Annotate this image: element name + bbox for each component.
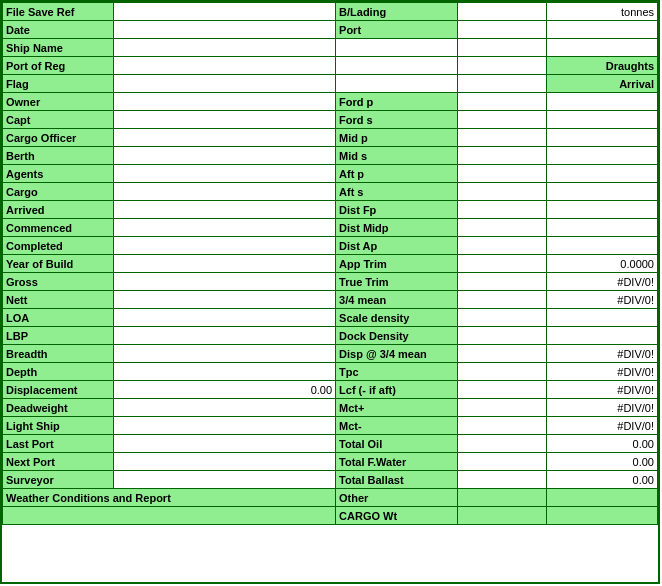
value-commenced[interactable]	[114, 219, 336, 237]
value-date[interactable]	[114, 21, 336, 39]
value-ship-name[interactable]	[114, 39, 336, 57]
value-ford-s[interactable]	[458, 111, 547, 129]
value-nett[interactable]	[114, 291, 336, 309]
value-dist-midp[interactable]	[458, 219, 547, 237]
value-mid-p[interactable]	[458, 129, 547, 147]
table-row: Completed Dist Ap	[3, 237, 658, 255]
label-true-trim: True Trim	[336, 273, 458, 291]
table-row: Flag Arrival	[3, 75, 658, 93]
label-aft-p: Aft p	[336, 165, 458, 183]
value-app-trim[interactable]	[458, 255, 547, 273]
value-scale-density-right[interactable]	[546, 309, 657, 327]
value-mid-p-right[interactable]	[546, 129, 657, 147]
value-file-save-ref[interactable]	[114, 3, 336, 21]
table-row: Agents Aft p	[3, 165, 658, 183]
value-arrived[interactable]	[114, 201, 336, 219]
label-flag: Flag	[3, 75, 114, 93]
value-lcf-result: #DIV/0!	[546, 381, 657, 399]
value-por-mid2[interactable]	[458, 57, 547, 75]
value-cargo-officer[interactable]	[114, 129, 336, 147]
table-row: Arrived Dist Fp	[3, 201, 658, 219]
value-capt[interactable]	[114, 111, 336, 129]
table-row: Depth Tpc #DIV/0!	[3, 363, 658, 381]
value-ford-s-right[interactable]	[546, 111, 657, 129]
value-flag-mid2[interactable]	[458, 75, 547, 93]
value-mct-minus[interactable]	[458, 417, 547, 435]
value-weather-report[interactable]	[3, 507, 336, 525]
value-cargo[interactable]	[114, 183, 336, 201]
value-cargo-wt-right[interactable]	[546, 507, 657, 525]
value-dist-midp-right[interactable]	[546, 219, 657, 237]
label-cargo: Cargo	[3, 183, 114, 201]
value-3-4-mean[interactable]	[458, 291, 547, 309]
label-scale-density: Scale density	[336, 309, 458, 327]
value-dock-density-right[interactable]	[546, 327, 657, 345]
label-3-4-mean: 3/4 mean	[336, 291, 458, 309]
value-dist-fp[interactable]	[458, 201, 547, 219]
label-lcf: Lcf (- if aft)	[336, 381, 458, 399]
value-aft-p[interactable]	[458, 165, 547, 183]
value-loa[interactable]	[114, 309, 336, 327]
value-aft-s-right[interactable]	[546, 183, 657, 201]
value-mct-plus[interactable]	[458, 399, 547, 417]
value-light-ship[interactable]	[114, 417, 336, 435]
cargo-wt-row: CARGO Wt	[3, 507, 658, 525]
value-depth[interactable]	[114, 363, 336, 381]
label-gross: Gross	[3, 273, 114, 291]
value-flag[interactable]	[114, 75, 336, 93]
value-owner[interactable]	[114, 93, 336, 111]
main-container: File Save Ref B/Lading tonnes Date Port …	[0, 0, 660, 584]
value-last-port[interactable]	[114, 435, 336, 453]
value-mid-ship2[interactable]	[458, 39, 547, 57]
value-total-fwater[interactable]	[458, 453, 547, 471]
label-arrived: Arrived	[3, 201, 114, 219]
value-dist-fp-right[interactable]	[546, 201, 657, 219]
label-berth: Berth	[3, 147, 114, 165]
value-port-right[interactable]	[546, 21, 657, 39]
value-agents[interactable]	[114, 165, 336, 183]
value-cargo-wt[interactable]	[458, 507, 547, 525]
value-aft-p-right[interactable]	[546, 165, 657, 183]
value-total-ballast[interactable]	[458, 471, 547, 489]
table-row: Next Port Total F.Water 0.00	[3, 453, 658, 471]
value-tpc[interactable]	[458, 363, 547, 381]
value-berth[interactable]	[114, 147, 336, 165]
value-mid-s-right[interactable]	[546, 147, 657, 165]
value-true-trim[interactable]	[458, 273, 547, 291]
value-next-port[interactable]	[114, 453, 336, 471]
value-completed[interactable]	[114, 237, 336, 255]
value-ford-p[interactable]	[458, 93, 547, 111]
value-blading[interactable]	[458, 3, 547, 21]
value-port[interactable]	[458, 21, 547, 39]
value-mid-ship[interactable]	[336, 39, 458, 57]
value-dock-density[interactable]	[458, 327, 547, 345]
value-surveyor[interactable]	[114, 471, 336, 489]
value-flag-mid[interactable]	[336, 75, 458, 93]
value-lbp[interactable]	[114, 327, 336, 345]
value-lcf[interactable]	[458, 381, 547, 399]
value-por-mid[interactable]	[336, 57, 458, 75]
value-draughts-header	[546, 39, 657, 57]
value-dist-ap-right[interactable]	[546, 237, 657, 255]
value-scale-density[interactable]	[458, 309, 547, 327]
value-year-of-build[interactable]	[114, 255, 336, 273]
value-other-right[interactable]	[546, 489, 657, 507]
value-mid-s[interactable]	[458, 147, 547, 165]
value-total-oil[interactable]	[458, 435, 547, 453]
table-row: File Save Ref B/Lading tonnes	[3, 3, 658, 21]
label-last-port: Last Port	[3, 435, 114, 453]
value-gross[interactable]	[114, 273, 336, 291]
value-port-of-reg[interactable]	[114, 57, 336, 75]
value-breadth[interactable]	[114, 345, 336, 363]
label-dist-ap: Dist Ap	[336, 237, 458, 255]
value-disp-3-4-mean[interactable]	[458, 345, 547, 363]
label-depth: Depth	[3, 363, 114, 381]
table-row: Surveyor Total Ballast 0.00	[3, 471, 658, 489]
label-lbp: LBP	[3, 327, 114, 345]
value-deadweight[interactable]	[114, 399, 336, 417]
value-aft-s[interactable]	[458, 183, 547, 201]
value-displacement[interactable]: 0.00	[114, 381, 336, 399]
value-ford-p-right[interactable]	[546, 93, 657, 111]
value-dist-ap[interactable]	[458, 237, 547, 255]
value-other[interactable]	[458, 489, 547, 507]
